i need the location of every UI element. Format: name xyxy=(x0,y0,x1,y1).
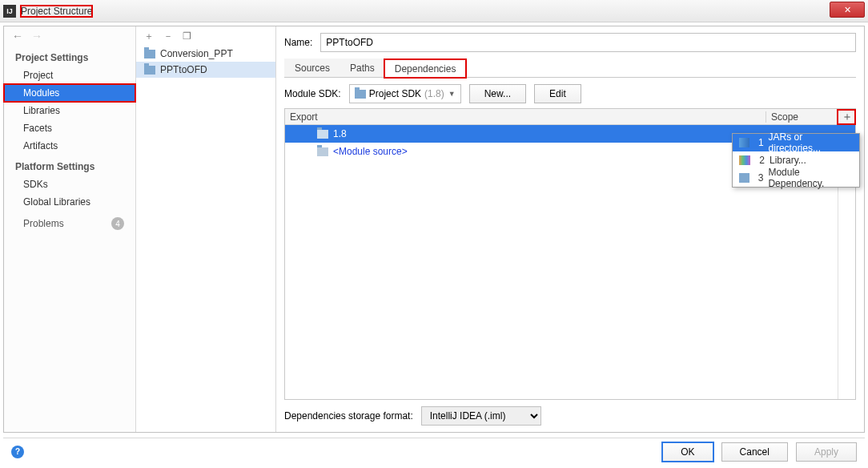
folder-icon xyxy=(317,147,328,156)
popup-label: Library... xyxy=(770,155,806,166)
popup-index: 2 xyxy=(755,155,765,166)
tab-paths[interactable]: Paths xyxy=(340,58,385,77)
tab-dependencies[interactable]: Dependencies xyxy=(384,59,467,78)
sidebar-item-project[interactable]: Project xyxy=(4,67,135,84)
popup-index: 1 xyxy=(754,137,763,148)
sidebar-item-modules[interactable]: Modules xyxy=(4,84,135,102)
popup-label: JARs or directories... xyxy=(769,131,853,154)
add-dependency-popup: 1 JARs or directories... 2 Library... 3 … xyxy=(732,133,860,188)
nav-forward-icon[interactable]: → xyxy=(31,30,42,42)
tab-sources[interactable]: Sources xyxy=(284,58,340,77)
window-title: Project Structure xyxy=(21,6,92,17)
problems-badge: 4 xyxy=(111,217,124,230)
dependency-label: <Module source> xyxy=(333,146,408,157)
sidebar-item-sdks[interactable]: SDKs xyxy=(4,176,135,193)
problems-label: Problems xyxy=(23,218,64,229)
sidebar-item-facets[interactable]: Facets xyxy=(4,119,135,137)
cancel-button[interactable]: Cancel xyxy=(721,442,788,462)
module-label: Conversion_PPT xyxy=(160,48,233,59)
close-button[interactable]: ✕ xyxy=(830,2,865,18)
name-input[interactable] xyxy=(320,33,856,52)
apply-button[interactable]: Apply xyxy=(796,442,857,462)
sdk-version: (1.8) xyxy=(424,88,444,99)
popup-module-dep[interactable]: 3 Module Dependency. xyxy=(733,169,859,187)
add-dependency-button[interactable]: ＋ xyxy=(838,110,855,124)
folder-icon xyxy=(144,66,155,75)
storage-format-label: Dependencies storage format: xyxy=(284,410,413,422)
sidebar-item-global-libraries[interactable]: Global Libraries xyxy=(4,193,135,211)
main-panel: Name: Sources Paths Dependencies Module … xyxy=(276,26,864,432)
library-icon xyxy=(739,155,750,165)
popup-index: 3 xyxy=(754,172,763,184)
sidebar: ← → Project Settings Project Modules Lib… xyxy=(4,26,136,432)
sidebar-section-platform: Platform Settings xyxy=(4,155,135,176)
copy-module-icon[interactable]: ❐ xyxy=(183,30,191,42)
sidebar-section-project: Project Settings xyxy=(4,46,135,67)
popup-jars[interactable]: 1 JARs or directories... xyxy=(733,134,859,151)
remove-module-icon[interactable]: － xyxy=(163,30,173,43)
module-sdk-label: Module SDK: xyxy=(284,88,341,99)
module-list: ＋ － ❐ Conversion_PPT PPTtoOFD xyxy=(136,26,276,432)
export-column-header: Export xyxy=(285,111,766,123)
dependency-label: 1.8 xyxy=(333,128,347,139)
module-sdk-dropdown[interactable]: Project SDK (1.8) ▼ xyxy=(349,84,461,103)
module-item-ppttoofd[interactable]: PPTtoOFD xyxy=(136,62,275,78)
scope-column-header: Scope xyxy=(766,111,838,123)
module-item-conversion[interactable]: Conversion_PPT xyxy=(136,46,275,62)
dialog-body: ← → Project Settings Project Modules Lib… xyxy=(3,26,865,433)
sdk-value: Project SDK xyxy=(369,88,421,99)
module-icon xyxy=(739,173,749,183)
help-icon[interactable]: ? xyxy=(11,446,24,458)
sidebar-item-libraries[interactable]: Libraries xyxy=(4,102,135,119)
app-icon: IJ xyxy=(3,5,16,18)
folder-icon xyxy=(317,130,328,139)
popup-label: Module Dependency. xyxy=(768,167,853,189)
name-label: Name: xyxy=(284,37,312,48)
add-module-icon[interactable]: ＋ xyxy=(144,30,154,43)
dialog-footer: ? OK Cancel Apply xyxy=(3,438,865,465)
module-label: PPTtoOFD xyxy=(160,64,207,75)
sidebar-item-problems[interactable]: Problems 4 xyxy=(4,211,135,233)
edit-sdk-button[interactable]: Edit xyxy=(534,84,581,103)
new-sdk-button[interactable]: New... xyxy=(469,84,526,103)
storage-format-select[interactable]: IntelliJ IDEA (.iml) xyxy=(421,406,541,426)
tabs: Sources Paths Dependencies xyxy=(284,58,856,78)
sidebar-item-artifacts[interactable]: Artifacts xyxy=(4,137,135,155)
nav-back-icon[interactable]: ← xyxy=(12,30,23,42)
jar-icon xyxy=(739,138,749,147)
folder-icon xyxy=(355,90,366,99)
ok-button[interactable]: OK xyxy=(662,442,713,462)
folder-icon xyxy=(144,50,155,58)
chevron-down-icon: ▼ xyxy=(448,90,456,98)
title-bar: IJ Project Structure ✕ xyxy=(0,0,868,22)
